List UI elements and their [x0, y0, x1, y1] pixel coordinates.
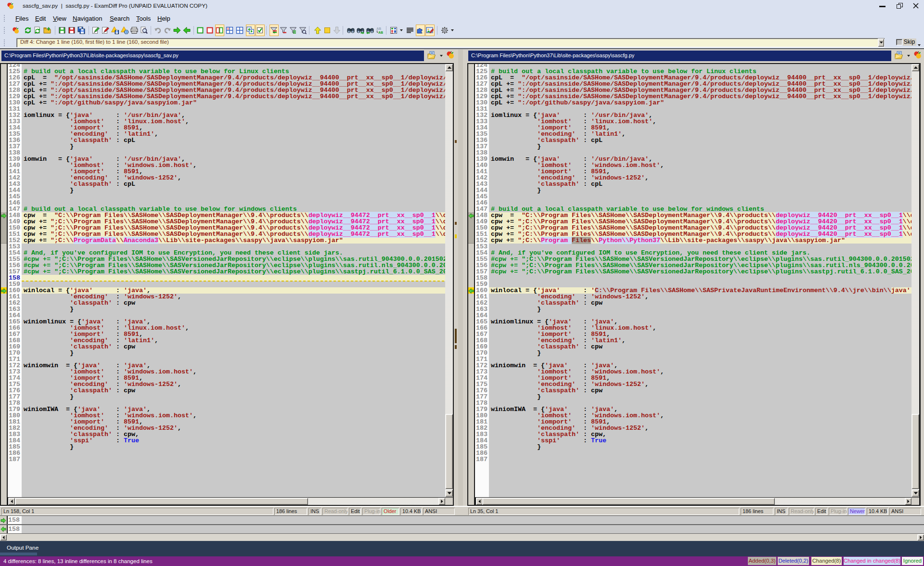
svg-text:AB: AB [378, 31, 383, 34]
svg-text:AB: AB [376, 27, 381, 30]
